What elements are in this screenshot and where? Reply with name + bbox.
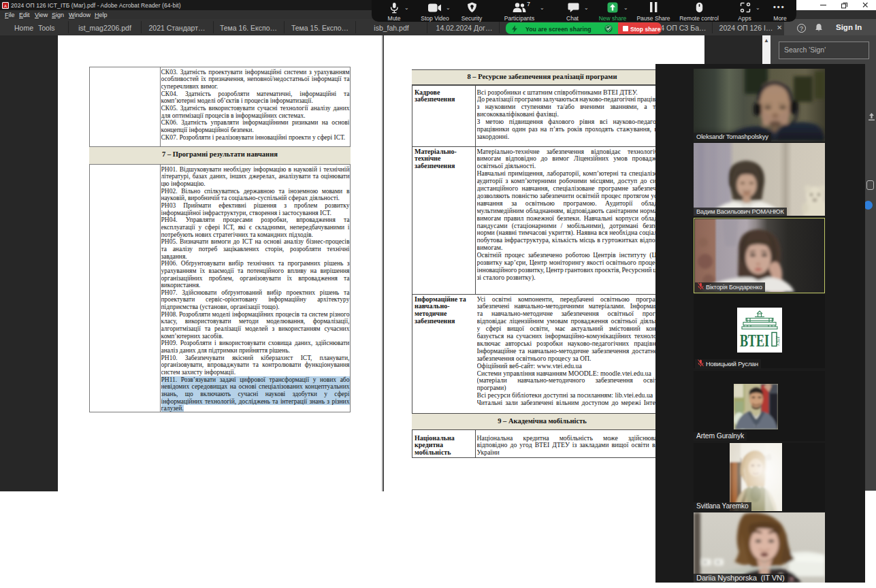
svg-text:ДТЕУ: ДТЕУ [776,336,780,346]
svg-text:A: A [4,4,7,8]
svg-text:ВТЕІ: ВТЕІ [740,331,769,350]
